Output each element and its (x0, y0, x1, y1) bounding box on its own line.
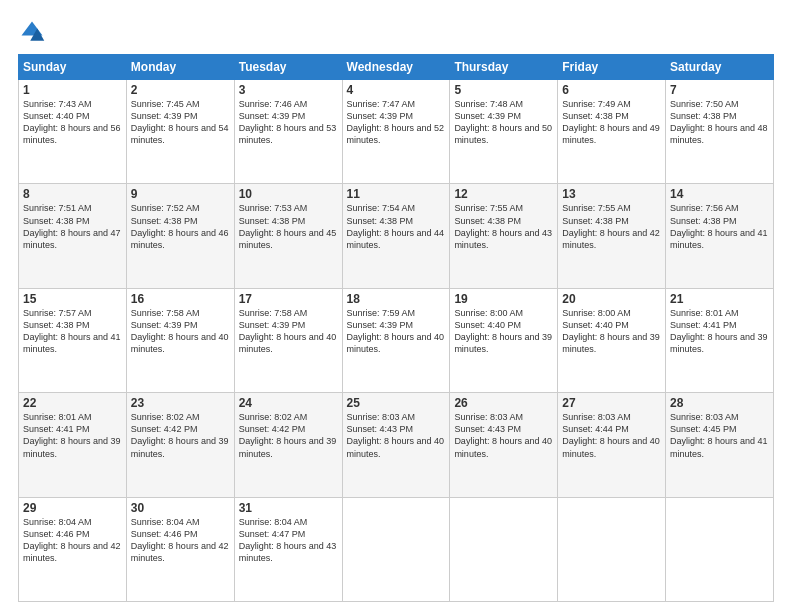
day-number: 9 (131, 187, 230, 201)
calendar-cell: 14Sunrise: 7:56 AMSunset: 4:38 PMDayligh… (666, 184, 774, 288)
calendar-cell: 21Sunrise: 8:01 AMSunset: 4:41 PMDayligh… (666, 288, 774, 392)
calendar-cell (450, 497, 558, 601)
day-number: 27 (562, 396, 661, 410)
week-row-2: 15Sunrise: 7:57 AMSunset: 4:38 PMDayligh… (19, 288, 774, 392)
calendar-cell: 28Sunrise: 8:03 AMSunset: 4:45 PMDayligh… (666, 393, 774, 497)
day-number: 15 (23, 292, 122, 306)
cell-info: Sunrise: 7:49 AMSunset: 4:38 PMDaylight:… (562, 98, 661, 147)
cell-info: Sunrise: 8:02 AMSunset: 4:42 PMDaylight:… (131, 411, 230, 460)
calendar-cell: 6Sunrise: 7:49 AMSunset: 4:38 PMDaylight… (558, 80, 666, 184)
cell-info: Sunrise: 7:55 AMSunset: 4:38 PMDaylight:… (562, 202, 661, 251)
cell-info: Sunrise: 7:59 AMSunset: 4:39 PMDaylight:… (347, 307, 446, 356)
day-number: 18 (347, 292, 446, 306)
page: SundayMondayTuesdayWednesdayThursdayFrid… (0, 0, 792, 612)
day-number: 29 (23, 501, 122, 515)
day-number: 19 (454, 292, 553, 306)
calendar-cell: 23Sunrise: 8:02 AMSunset: 4:42 PMDayligh… (126, 393, 234, 497)
day-header-sunday: Sunday (19, 55, 127, 80)
day-number: 26 (454, 396, 553, 410)
cell-info: Sunrise: 7:43 AMSunset: 4:40 PMDaylight:… (23, 98, 122, 147)
day-header-friday: Friday (558, 55, 666, 80)
day-number: 3 (239, 83, 338, 97)
logo (18, 18, 50, 46)
cell-info: Sunrise: 7:53 AMSunset: 4:38 PMDaylight:… (239, 202, 338, 251)
day-number: 30 (131, 501, 230, 515)
day-number: 11 (347, 187, 446, 201)
cell-info: Sunrise: 7:56 AMSunset: 4:38 PMDaylight:… (670, 202, 769, 251)
calendar-cell: 22Sunrise: 8:01 AMSunset: 4:41 PMDayligh… (19, 393, 127, 497)
cell-info: Sunrise: 7:45 AMSunset: 4:39 PMDaylight:… (131, 98, 230, 147)
logo-icon (18, 18, 46, 46)
cell-info: Sunrise: 7:58 AMSunset: 4:39 PMDaylight:… (239, 307, 338, 356)
calendar-cell: 5Sunrise: 7:48 AMSunset: 4:39 PMDaylight… (450, 80, 558, 184)
day-number: 1 (23, 83, 122, 97)
cell-info: Sunrise: 7:57 AMSunset: 4:38 PMDaylight:… (23, 307, 122, 356)
cell-info: Sunrise: 8:04 AMSunset: 4:46 PMDaylight:… (131, 516, 230, 565)
cell-info: Sunrise: 7:51 AMSunset: 4:38 PMDaylight:… (23, 202, 122, 251)
day-number: 10 (239, 187, 338, 201)
day-header-saturday: Saturday (666, 55, 774, 80)
day-number: 4 (347, 83, 446, 97)
cell-info: Sunrise: 8:03 AMSunset: 4:44 PMDaylight:… (562, 411, 661, 460)
calendar-cell: 10Sunrise: 7:53 AMSunset: 4:38 PMDayligh… (234, 184, 342, 288)
day-number: 24 (239, 396, 338, 410)
header (18, 18, 774, 46)
cell-info: Sunrise: 8:00 AMSunset: 4:40 PMDaylight:… (454, 307, 553, 356)
calendar-cell: 26Sunrise: 8:03 AMSunset: 4:43 PMDayligh… (450, 393, 558, 497)
week-row-3: 22Sunrise: 8:01 AMSunset: 4:41 PMDayligh… (19, 393, 774, 497)
calendar-cell: 16Sunrise: 7:58 AMSunset: 4:39 PMDayligh… (126, 288, 234, 392)
day-header-wednesday: Wednesday (342, 55, 450, 80)
day-number: 23 (131, 396, 230, 410)
calendar-cell: 30Sunrise: 8:04 AMSunset: 4:46 PMDayligh… (126, 497, 234, 601)
calendar-cell: 12Sunrise: 7:55 AMSunset: 4:38 PMDayligh… (450, 184, 558, 288)
calendar-cell: 18Sunrise: 7:59 AMSunset: 4:39 PMDayligh… (342, 288, 450, 392)
day-header-thursday: Thursday (450, 55, 558, 80)
calendar-cell: 9Sunrise: 7:52 AMSunset: 4:38 PMDaylight… (126, 184, 234, 288)
calendar-cell: 1Sunrise: 7:43 AMSunset: 4:40 PMDaylight… (19, 80, 127, 184)
cell-info: Sunrise: 8:03 AMSunset: 4:43 PMDaylight:… (454, 411, 553, 460)
day-number: 17 (239, 292, 338, 306)
day-number: 28 (670, 396, 769, 410)
day-header-monday: Monday (126, 55, 234, 80)
calendar-cell (558, 497, 666, 601)
day-number: 22 (23, 396, 122, 410)
calendar-cell: 8Sunrise: 7:51 AMSunset: 4:38 PMDaylight… (19, 184, 127, 288)
day-number: 7 (670, 83, 769, 97)
week-row-0: 1Sunrise: 7:43 AMSunset: 4:40 PMDaylight… (19, 80, 774, 184)
calendar-cell: 2Sunrise: 7:45 AMSunset: 4:39 PMDaylight… (126, 80, 234, 184)
cell-info: Sunrise: 8:03 AMSunset: 4:45 PMDaylight:… (670, 411, 769, 460)
day-number: 13 (562, 187, 661, 201)
calendar-cell: 4Sunrise: 7:47 AMSunset: 4:39 PMDaylight… (342, 80, 450, 184)
calendar-cell: 19Sunrise: 8:00 AMSunset: 4:40 PMDayligh… (450, 288, 558, 392)
day-number: 21 (670, 292, 769, 306)
calendar-cell: 29Sunrise: 8:04 AMSunset: 4:46 PMDayligh… (19, 497, 127, 601)
cell-info: Sunrise: 7:46 AMSunset: 4:39 PMDaylight:… (239, 98, 338, 147)
calendar-cell: 25Sunrise: 8:03 AMSunset: 4:43 PMDayligh… (342, 393, 450, 497)
calendar-cell: 17Sunrise: 7:58 AMSunset: 4:39 PMDayligh… (234, 288, 342, 392)
cell-info: Sunrise: 8:00 AMSunset: 4:40 PMDaylight:… (562, 307, 661, 356)
calendar-cell: 3Sunrise: 7:46 AMSunset: 4:39 PMDaylight… (234, 80, 342, 184)
cell-info: Sunrise: 8:02 AMSunset: 4:42 PMDaylight:… (239, 411, 338, 460)
cell-info: Sunrise: 7:50 AMSunset: 4:38 PMDaylight:… (670, 98, 769, 147)
days-header-row: SundayMondayTuesdayWednesdayThursdayFrid… (19, 55, 774, 80)
calendar-cell: 20Sunrise: 8:00 AMSunset: 4:40 PMDayligh… (558, 288, 666, 392)
day-header-tuesday: Tuesday (234, 55, 342, 80)
calendar-cell: 15Sunrise: 7:57 AMSunset: 4:38 PMDayligh… (19, 288, 127, 392)
calendar-cell: 11Sunrise: 7:54 AMSunset: 4:38 PMDayligh… (342, 184, 450, 288)
calendar-cell: 13Sunrise: 7:55 AMSunset: 4:38 PMDayligh… (558, 184, 666, 288)
week-row-4: 29Sunrise: 8:04 AMSunset: 4:46 PMDayligh… (19, 497, 774, 601)
calendar-cell: 7Sunrise: 7:50 AMSunset: 4:38 PMDaylight… (666, 80, 774, 184)
day-number: 20 (562, 292, 661, 306)
calendar-table: SundayMondayTuesdayWednesdayThursdayFrid… (18, 54, 774, 602)
cell-info: Sunrise: 7:58 AMSunset: 4:39 PMDaylight:… (131, 307, 230, 356)
day-number: 12 (454, 187, 553, 201)
cell-info: Sunrise: 7:54 AMSunset: 4:38 PMDaylight:… (347, 202, 446, 251)
cell-info: Sunrise: 7:52 AMSunset: 4:38 PMDaylight:… (131, 202, 230, 251)
day-number: 16 (131, 292, 230, 306)
cell-info: Sunrise: 8:04 AMSunset: 4:47 PMDaylight:… (239, 516, 338, 565)
day-number: 8 (23, 187, 122, 201)
calendar-cell: 27Sunrise: 8:03 AMSunset: 4:44 PMDayligh… (558, 393, 666, 497)
cell-info: Sunrise: 8:01 AMSunset: 4:41 PMDaylight:… (23, 411, 122, 460)
cell-info: Sunrise: 8:03 AMSunset: 4:43 PMDaylight:… (347, 411, 446, 460)
calendar-cell: 31Sunrise: 8:04 AMSunset: 4:47 PMDayligh… (234, 497, 342, 601)
